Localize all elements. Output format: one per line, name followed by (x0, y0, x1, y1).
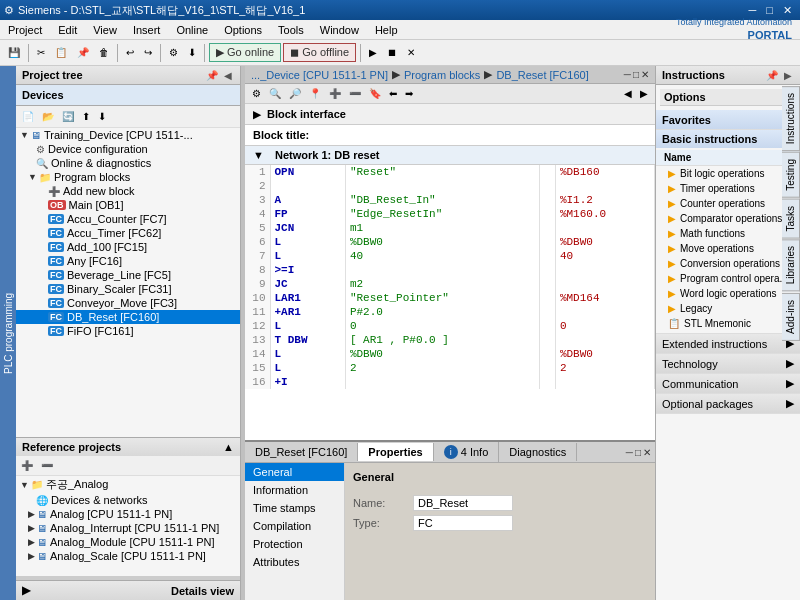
breadcrumb-program-blocks[interactable]: Program blocks (404, 69, 480, 81)
basic-instructions-header[interactable]: Basic instructions ▼ (656, 130, 800, 148)
menu-view[interactable]: View (85, 22, 125, 38)
tree-item-add-100[interactable]: FC Add_100 [FC15] (16, 240, 240, 254)
ref-item-devices-networks[interactable]: 🌐 Devices & networks (16, 493, 240, 507)
props-minimize-button[interactable]: ─ (626, 447, 633, 458)
code-tb-collapse[interactable]: ➖ (346, 86, 364, 101)
props-side-general[interactable]: General (245, 463, 344, 481)
editor-restore-button[interactable]: □ (633, 69, 639, 80)
inst-item-counter[interactable]: ▶ Counter operations (656, 196, 800, 211)
close-button[interactable]: ✕ (779, 4, 796, 17)
cut-button[interactable]: ✂ (33, 45, 49, 60)
stop-simulation-button[interactable]: ⏹ (383, 45, 401, 60)
extended-instructions-header[interactable]: Extended instructions ▶ (656, 334, 800, 353)
code-line-2[interactable]: 2 (245, 179, 655, 193)
tree-new-button[interactable]: 📄 (19, 109, 37, 124)
instructions-pin-button[interactable]: 📌 (764, 70, 780, 81)
tree-item-device-config[interactable]: ⚙ Device configuration (16, 142, 240, 156)
start-simulation-button[interactable]: ▶ (365, 45, 381, 60)
code-line-10[interactable]: 10 LAR1 "Reset_Pointer" %MD164 (245, 291, 655, 305)
props-restore-button[interactable]: □ (635, 447, 641, 458)
code-line-8[interactable]: 8 >=I (245, 263, 655, 277)
tree-item-online-diag[interactable]: 🔍 Online & diagnostics (16, 156, 240, 170)
tree-item-conveyor-move[interactable]: FC Conveyor_Move [FC3] (16, 296, 240, 310)
redo-button[interactable]: ↪ (140, 45, 156, 60)
ref-item-analog-scale[interactable]: ▶ 🖥 Analog_Scale [CPU 1511-1 PN] (16, 549, 240, 563)
code-line-14[interactable]: 14 L %DBW0 %DBW0 (245, 347, 655, 361)
inst-item-bit-logic[interactable]: ▶ Bit logic operations (656, 166, 800, 181)
copy-button[interactable]: 📋 (51, 45, 71, 60)
code-tb-right2[interactable]: ▶ (637, 86, 651, 101)
inst-item-timer[interactable]: ▶ Timer operations (656, 181, 800, 196)
favorites-header[interactable]: Favorites ▶ (656, 110, 800, 129)
props-close-button[interactable]: ✕ (643, 447, 651, 458)
inst-item-comparator[interactable]: ▶ Comparator operations (656, 211, 800, 226)
project-tree-pin-button[interactable]: 📌 (204, 70, 220, 81)
props-tab-info[interactable]: i 4 Info (434, 442, 500, 462)
project-tree-arrow-button[interactable]: ◀ (222, 70, 234, 81)
code-line-4[interactable]: 4 FP "Edge_ResetIn" %M160.0 (245, 207, 655, 221)
ref-item-analog-interrupt[interactable]: ▶ 🖥 Analog_Interrupt [CPU 1511-1 PN] (16, 521, 240, 535)
menu-window[interactable]: Window (312, 22, 367, 38)
menu-tools[interactable]: Tools (270, 22, 312, 38)
rst-instructions[interactable]: Instructions (782, 86, 800, 151)
breadcrumb-device[interactable]: ..._Device [CPU 1511-1 PN] (251, 69, 388, 81)
rst-libraries[interactable]: Libraries (782, 239, 800, 291)
code-tb-right1[interactable]: ◀ (621, 86, 635, 101)
props-side-timestamps[interactable]: Time stamps (245, 499, 344, 517)
code-line-5[interactable]: 5 JCN m1 (245, 221, 655, 235)
tree-item-program-blocks[interactable]: ▼ 📁 Program blocks (16, 170, 240, 184)
tree-open-button[interactable]: 📂 (39, 109, 57, 124)
go-offline-button[interactable]: ◼ Go offline (283, 43, 356, 62)
tree-item-db-reset[interactable]: FC DB_Reset [FC160] (16, 310, 240, 324)
menu-options[interactable]: Options (216, 22, 270, 38)
ref-add-button[interactable]: ➕ (18, 458, 36, 473)
props-side-compilation[interactable]: Compilation (245, 517, 344, 535)
menu-help[interactable]: Help (367, 22, 406, 38)
props-tab-fc160[interactable]: DB_Reset [FC160] (245, 443, 358, 461)
code-line-7[interactable]: 7 L 40 40 (245, 249, 655, 263)
tree-item-add-block[interactable]: ➕ Add new block (16, 184, 240, 198)
inst-item-move[interactable]: ▶ Move operations (656, 241, 800, 256)
optional-packages-header[interactable]: Optional packages ▶ (656, 394, 800, 413)
download-button[interactable]: ⬇ (184, 45, 200, 60)
code-tb-next[interactable]: ➡ (402, 86, 416, 101)
breadcrumb-db-reset[interactable]: DB_Reset [FC160] (496, 69, 588, 81)
reference-projects-header[interactable]: Reference projects ▲ (16, 438, 240, 456)
props-tab-diagnostics[interactable]: Diagnostics (499, 443, 577, 461)
rst-add-ins[interactable]: Add-ins (782, 293, 800, 341)
editor-close-button[interactable]: ✕ (641, 69, 649, 80)
paste-button[interactable]: 📌 (73, 45, 93, 60)
code-line-9[interactable]: 9 JC m2 (245, 277, 655, 291)
maximize-button[interactable]: □ (762, 4, 777, 17)
code-tb-zoom-out[interactable]: 🔎 (286, 86, 304, 101)
props-side-information[interactable]: Information (245, 481, 344, 499)
inst-item-word-logic[interactable]: ▶ Word logic operations (656, 286, 800, 301)
code-tb-zoom-in[interactable]: 🔍 (266, 86, 284, 101)
menu-insert[interactable]: Insert (125, 22, 169, 38)
code-tb-prev[interactable]: ⬅ (386, 86, 400, 101)
code-line-16[interactable]: 16 +I (245, 375, 655, 389)
close-all-button[interactable]: ✕ (403, 45, 419, 60)
code-tb-compile[interactable]: ⚙ (249, 86, 264, 101)
props-side-protection[interactable]: Protection (245, 535, 344, 553)
details-view-header[interactable]: ▶ Details view (16, 581, 240, 600)
tree-item-training-device[interactable]: ▼ 🖥 Training_Device [CPU 1511-... (16, 128, 240, 142)
code-line-13[interactable]: 13 T DBW [ AR1 , P#0.0 ] (245, 333, 655, 347)
code-tb-mark[interactable]: 🔖 (366, 86, 384, 101)
technology-header[interactable]: Technology ▶ (656, 354, 800, 373)
ref-item-analog-project[interactable]: ▼ 📁 주공_Analog (16, 476, 240, 493)
tree-item-accu-counter[interactable]: FC Accu_Counter [FC7] (16, 212, 240, 226)
tree-item-accu-timer[interactable]: FC Accu_Timer [FC62] (16, 226, 240, 240)
minimize-button[interactable]: ─ (745, 4, 761, 17)
communication-header[interactable]: Communication ▶ (656, 374, 800, 393)
tree-item-any[interactable]: FC Any [FC16] (16, 254, 240, 268)
tree-item-binary-scaler[interactable]: FC Binary_Scaler [FC31] (16, 282, 240, 296)
inst-item-math[interactable]: ▶ Math functions (656, 226, 800, 241)
inst-item-conversion[interactable]: ▶ Conversion operations (656, 256, 800, 271)
instructions-arrow-button[interactable]: ▶ (782, 70, 794, 81)
tree-item-main-ob1[interactable]: OB Main [OB1] (16, 198, 240, 212)
menu-online[interactable]: Online (168, 22, 216, 38)
ref-remove-button[interactable]: ➖ (38, 458, 56, 473)
code-line-3[interactable]: 3 A "DB_Reset_In" %I1.2 (245, 193, 655, 207)
undo-button[interactable]: ↩ (122, 45, 138, 60)
